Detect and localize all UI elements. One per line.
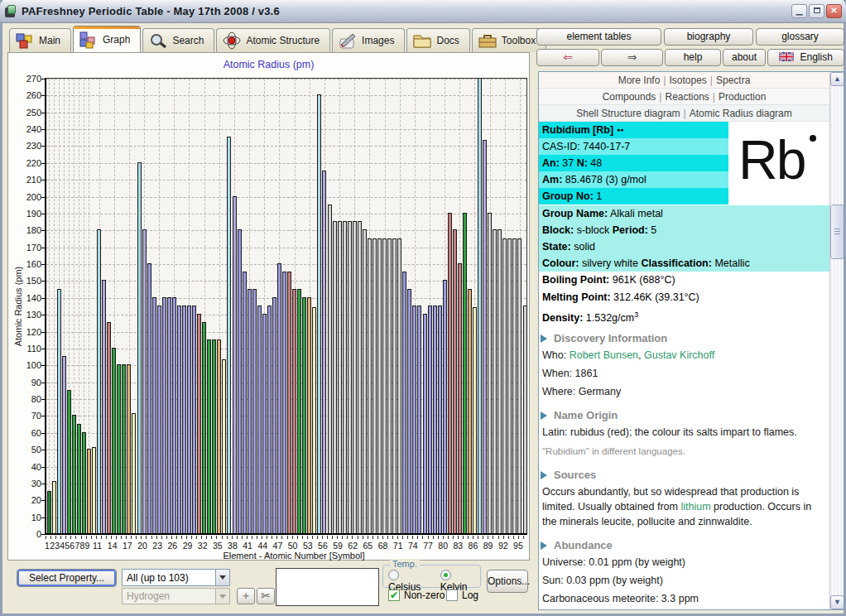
tab-graph[interactable]: Graph xyxy=(73,26,141,52)
pen-image-icon xyxy=(338,31,358,50)
info-link[interactable]: Shell Structure diagram xyxy=(576,108,680,119)
bar-Hg xyxy=(443,280,447,533)
bar-Tl xyxy=(448,213,452,533)
text-segment: Am: xyxy=(542,174,562,185)
glossary-button[interactable]: glossary xyxy=(756,28,844,46)
minimize-button[interactable]: ▁ xyxy=(791,4,807,18)
bar-Al xyxy=(107,322,111,533)
chevron-down-icon[interactable] xyxy=(215,570,229,585)
bar-Co xyxy=(177,306,181,533)
bar-Re xyxy=(417,306,421,533)
range-dropdown-value: All (up to 103) xyxy=(123,572,215,584)
info-link[interactable]: Compounds xyxy=(603,91,656,103)
element-dropdown[interactable]: Hydrogen xyxy=(122,588,230,604)
y-tick-label: 110 xyxy=(17,344,41,354)
app-window: PAFreshney Periodic Table - May 17th 200… xyxy=(0,0,846,616)
section-bullet-icon xyxy=(541,334,551,343)
about-button[interactable]: about xyxy=(723,49,766,66)
text-segment: State: xyxy=(542,241,571,253)
inline-link[interactable]: Robert Bunsen xyxy=(570,349,638,361)
bar-P xyxy=(117,364,121,533)
options-button[interactable]: Options... xyxy=(487,570,528,593)
bar-Lu xyxy=(397,238,401,533)
text-segment: Block: xyxy=(542,224,574,236)
section-header: Sources xyxy=(541,469,829,481)
element-symbol: Rb xyxy=(730,122,828,198)
y-tick xyxy=(41,399,46,400)
element-tables-button[interactable]: element tables xyxy=(536,28,661,46)
bar-Cs xyxy=(317,94,321,533)
section-header: Name Origin xyxy=(541,409,829,421)
tab-docs[interactable]: Docs xyxy=(406,28,469,52)
inline-link[interactable]: Gustav Kirchoff xyxy=(644,349,714,361)
info-link[interactable]: Atomic Radius diagram xyxy=(690,108,792,119)
language-button[interactable]: English xyxy=(767,49,844,66)
tab-toolbox[interactable]: Toolbox xyxy=(472,28,546,52)
bar-V xyxy=(157,306,161,533)
bar-Si xyxy=(112,348,116,533)
section-line: Sun: 0.03 ppm (by weight) xyxy=(539,571,829,590)
help-button[interactable]: help xyxy=(665,49,721,66)
bar-Eu xyxy=(358,221,362,533)
info-link[interactable]: More Info xyxy=(618,75,661,86)
back-button[interactable]: ⇐ xyxy=(536,49,599,66)
range-dropdown[interactable]: All (up to 103) xyxy=(122,569,230,586)
scroll-down-icon[interactable]: ▼ xyxy=(830,595,844,609)
bar-Pd xyxy=(272,297,276,533)
info-link[interactable]: Reactions xyxy=(665,91,709,103)
tab-main[interactable]: Main xyxy=(9,28,71,52)
element-card: Rubidium [Rb]●●CAS-ID: 7440-17-7An: 37 N… xyxy=(539,122,829,205)
section-line: Who: Robert Bunsen, Gustav Kirchoff xyxy=(539,346,829,364)
bar-Tb xyxy=(368,238,372,533)
add-button[interactable]: + xyxy=(237,588,255,604)
binoculars-icon[interactable]: ●● xyxy=(617,127,623,132)
cut-button[interactable]: ✂ xyxy=(257,588,275,604)
inline-link[interactable]: lithium xyxy=(680,501,710,513)
bar-Ag xyxy=(277,263,281,533)
app-icon xyxy=(4,5,18,18)
tab-atomic-structure[interactable]: Atomic Structure xyxy=(216,28,330,52)
tab-search[interactable]: Search xyxy=(142,28,214,52)
x-tick-label: 6 xyxy=(70,541,75,551)
info-link[interactable]: Spectra xyxy=(716,75,750,86)
log-checkbox[interactable]: Log xyxy=(446,590,478,601)
y-tick-label: 60 xyxy=(17,428,41,438)
scrollbar[interactable]: ▲ ▼ xyxy=(829,72,844,609)
x-tick-label: 7 xyxy=(75,541,79,551)
y-tick-label: 30 xyxy=(17,479,41,488)
info-link[interactable]: Production xyxy=(719,91,766,103)
select-property-button[interactable]: Select Property... xyxy=(17,569,117,587)
x-tick-label: 83 xyxy=(453,541,463,551)
y-tick-label: 160 xyxy=(17,259,41,269)
y-tick-label: 220 xyxy=(17,158,41,168)
bar-Pm xyxy=(348,221,352,533)
y-tick-label: 40 xyxy=(17,462,41,472)
tab-images[interactable]: Images xyxy=(332,28,405,52)
bar-O xyxy=(82,432,86,533)
y-tick xyxy=(41,349,46,349)
y-tick-label: 190 xyxy=(17,209,41,219)
text-segment: silvery white xyxy=(579,257,641,269)
scrollbar-thumb[interactable] xyxy=(830,205,844,259)
biography-button[interactable]: biography xyxy=(664,28,753,46)
y-tick-label: 240 xyxy=(17,124,41,134)
scroll-up-icon[interactable]: ▲ xyxy=(830,72,844,86)
title-bar[interactable]: PAFreshney Periodic Table - May 17th 200… xyxy=(0,0,846,23)
y-tick-label: 260 xyxy=(17,90,41,100)
x-tick-label: 80 xyxy=(438,541,448,551)
info-link[interactable]: Isotopes xyxy=(669,75,706,86)
close-button[interactable]: ✕ xyxy=(826,4,842,18)
gridline-h xyxy=(46,95,526,96)
link-row: Compounds|Reactions|Production xyxy=(539,89,829,105)
maximize-button[interactable] xyxy=(809,4,824,18)
section-line: When: 1861 xyxy=(539,364,829,383)
nonzero-checkbox[interactable]: ✔ Non-zero xyxy=(388,590,445,601)
link-row: Shell Structure diagram|Atomic Radius di… xyxy=(539,105,829,122)
gridline-h xyxy=(46,180,526,180)
bar-W xyxy=(412,306,416,533)
text-segment: CAS-ID: 7440-17-7 xyxy=(542,141,630,152)
element-card-row: CAS-ID: 7440-17-7 xyxy=(539,138,728,155)
text-segment: , xyxy=(638,349,644,361)
section-header: Abundance xyxy=(541,539,829,551)
forward-button[interactable]: ⇒ xyxy=(601,49,663,66)
